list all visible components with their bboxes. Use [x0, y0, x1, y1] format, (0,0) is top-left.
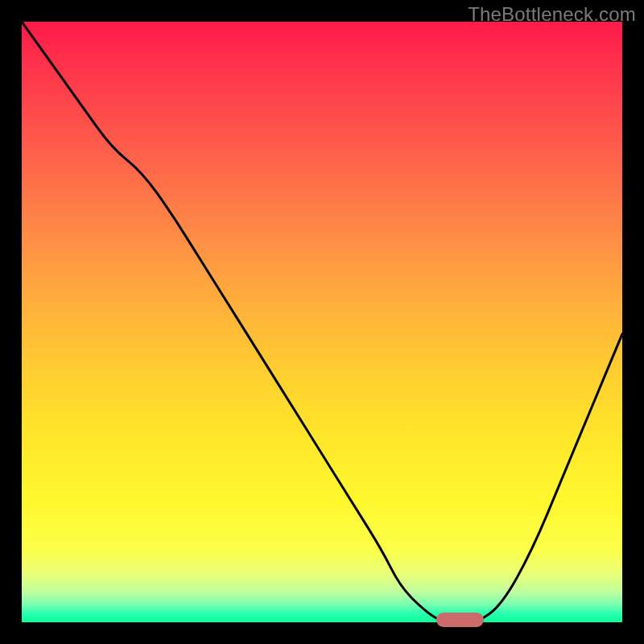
- bottleneck-curve-path: [22, 22, 622, 622]
- plot-area-gradient: [22, 22, 622, 622]
- bottleneck-curve-svg: [22, 22, 622, 622]
- chart-container: TheBottleneck.com: [0, 0, 644, 644]
- watermark-text: TheBottleneck.com: [468, 3, 636, 26]
- optimal-marker: [436, 613, 485, 627]
